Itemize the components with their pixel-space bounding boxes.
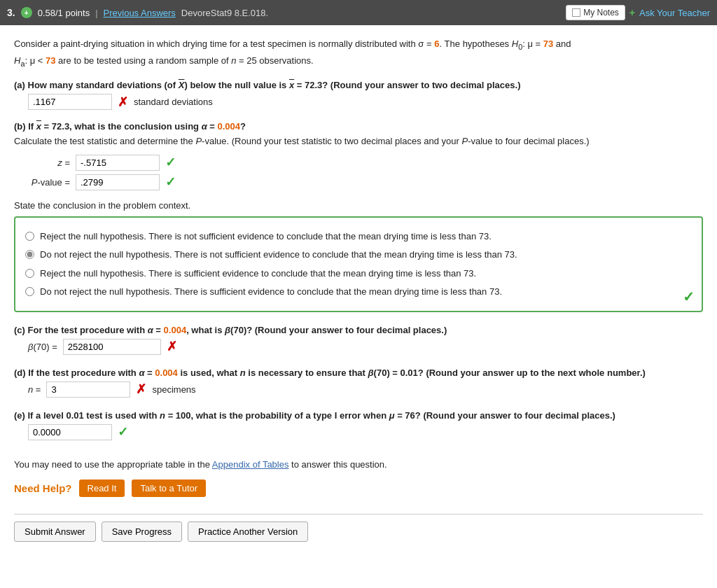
mu-null-value: 73 [543,38,553,49]
part-a-label: (a) How many standard deviations (of X) … [14,80,703,90]
need-help-section: Need Help? Read It Talk to a Tutor [14,479,703,497]
part-a-answer-row: ✗ standard deviations [28,94,703,110]
part-e-answer-row: ✓ [28,424,703,440]
submit-answer-button[interactable]: Submit Answer [14,522,96,542]
radio-2-input[interactable] [25,250,34,259]
question-number: 3. [7,7,15,18]
z-status-icon: ✓ [165,155,176,170]
part-a-input[interactable] [28,94,112,110]
problem-id: DevoreStat9 8.E.018. [181,8,268,18]
conclusion-prompt: State the conclusion in the problem cont… [14,200,703,211]
radio-4-label: Do not reject the null hypothesis. There… [40,285,502,299]
my-notes-button[interactable]: My Notes [566,5,625,20]
part-a-status-icon: ✗ [118,94,128,110]
radio-option-2: Do not reject the null hypothesis. There… [25,248,692,262]
radio-option-4: Do not reject the null hypothesis. There… [25,285,692,299]
radio-2-label: Do not reject the null hypothesis. There… [40,248,517,262]
n-label: n = [28,384,41,395]
header-right: My Notes + Ask Your Teacher [566,5,710,20]
talk-to-tutor-button[interactable]: Talk to a Tutor [132,479,206,497]
z-label: z = [28,158,70,168]
part-c-answer-row: β(70) = ✗ [28,339,703,355]
radio-3-input[interactable] [25,269,34,278]
conclusion-radio-group: Reject the null hypothesis. There is not… [14,216,703,312]
pvalue-label: P-value = [28,177,70,188]
n-unit: specimens [152,384,195,395]
part-a-unit: standard deviations [134,97,213,107]
pvalue-input[interactable] [76,174,160,190]
part-d-label: (d) If the test procedure with α = 0.004… [14,368,703,378]
notes-checkbox [572,8,580,17]
z-answer-row: z = ✓ [28,155,703,171]
sigma-value: 6 [434,38,439,49]
mu-alt-value: 73 [46,55,55,66]
separator: | [95,8,97,18]
main-content: Consider a paint-drying situation in whi… [0,25,717,560]
ask-teacher-plus-icon: + [629,7,635,18]
appendix-line: You may need to use the appropriate tabl… [14,457,703,472]
part-e-input[interactable] [28,424,112,440]
previous-answers-link[interactable]: Previous Answers [104,8,176,18]
part-e-status-icon: ✓ [118,424,128,440]
beta-input[interactable] [63,339,161,355]
header-bar: 3. + 0.58/1 points | Previous Answers De… [0,0,717,25]
pvalue-answer-row: P-value = ✓ [28,174,703,190]
pvalue-status-icon: ✓ [165,174,176,190]
beta-status-icon: ✗ [167,339,177,354]
part-b-sublabel: Calculate the test statistic and determi… [14,134,703,149]
n-status-icon: ✗ [136,382,146,397]
save-progress-button[interactable]: Save Progress [102,522,182,542]
part-c-label: (c) For the test procedure with α = 0.00… [14,325,703,335]
appendix-link[interactable]: Appendix of Tables [212,459,289,470]
radio-option-1: Reject the null hypothesis. There is not… [25,230,692,244]
problem-intro: Consider a paint-drying situation in whi… [14,36,703,70]
points-text: 0.58/1 points [38,8,90,18]
radio-3-label: Reject the null hypothesis. There is suf… [40,267,476,281]
ask-teacher-label[interactable]: Ask Your Teacher [639,8,710,18]
appendix-text2: to answer this question. [288,459,387,470]
appendix-text: You may need to use the appropriate tabl… [14,459,212,470]
n-input[interactable] [46,382,130,398]
radio-1-input[interactable] [25,232,34,241]
beta-label: β(70) = [28,342,57,352]
part-d-answer-row: n = ✗ specimens [28,382,703,398]
bottom-bar: Submit Answer Save Progress Practice Ano… [14,514,703,549]
read-it-button[interactable]: Read It [79,479,125,497]
radio-4-input[interactable] [25,287,34,296]
points-icon: + [21,7,32,18]
radio-option-3: Reject the null hypothesis. There is suf… [25,267,692,281]
z-input[interactable] [76,155,160,171]
part-e-label: (e) If a level 0.01 test is used with n … [14,410,703,421]
part-b-label: (b) If x = 72.3, what is the conclusion … [14,121,703,132]
my-notes-label: My Notes [583,8,619,18]
radio-1-label: Reject the null hypothesis. There is not… [40,230,492,244]
practice-another-version-button[interactable]: Practice Another Version [188,522,308,542]
need-help-label: Need Help? [14,482,72,494]
radio-group-status-icon: ✓ [683,288,695,305]
